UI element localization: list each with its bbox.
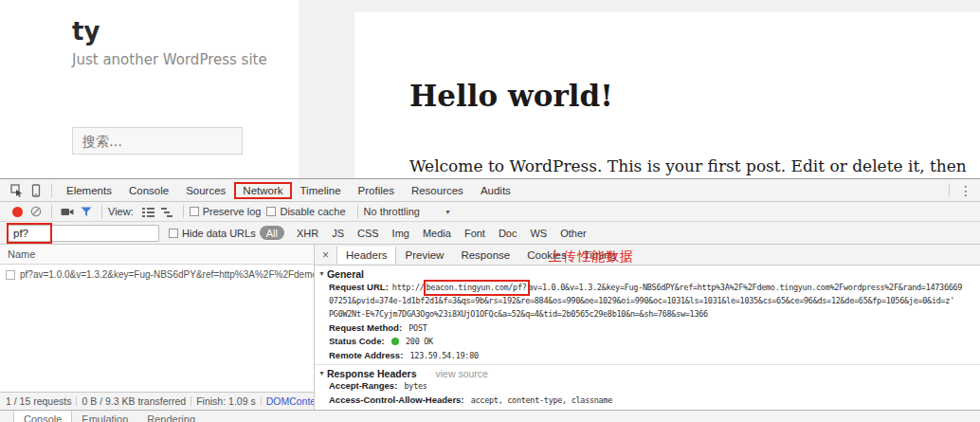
screen: ty Just another WordPress site Hello wor… [0, 0, 980, 422]
headers-body: ▼ General Request URL:http://beacon.ting… [315, 266, 980, 410]
disclosure-triangle-icon: ▼ [318, 370, 325, 376]
tab-profiles[interactable]: Profiles [350, 182, 403, 199]
request-name: pf?av=1.0.0&v=1.3.2&key=Fug-NBS6dPY&ref=… [20, 269, 314, 280]
filter-type-media[interactable]: Media [423, 228, 451, 239]
request-url-row-cont: 07251&pvid=374e-1d1bf2d1&f=3&qs=9b&rs=19… [315, 294, 980, 307]
filter-type-img[interactable]: Img [392, 228, 409, 239]
divider [101, 205, 102, 218]
hide-data-urls-label: Hide data URLs [182, 228, 256, 239]
site-title[interactable]: ty [72, 17, 100, 46]
tab-network[interactable]: Network [234, 182, 291, 199]
divider [51, 205, 52, 218]
requests-count: 1 / 15 requests [6, 395, 71, 407]
divider [949, 184, 950, 197]
filter-funnel-icon[interactable] [77, 203, 96, 220]
tab-elements[interactable]: Elements [58, 182, 120, 199]
tab-console[interactable]: Console [120, 182, 177, 199]
details-panel: × Headers Preview Response Cookies Timin… [315, 245, 980, 410]
preserve-log-label: Preserve log [203, 206, 262, 217]
status-code-row: Status Code: 200 OK [315, 335, 980, 348]
drawer-tab-emulation[interactable]: Emulation [72, 411, 137, 422]
transferred: 0 B / 9.3 KB transferred [82, 395, 186, 407]
network-toolbar: View: Preserve log Disable cache [0, 202, 980, 222]
hide-data-urls-checkbox[interactable] [169, 229, 178, 238]
name-column-header[interactable]: Name [0, 245, 314, 265]
request-url-row: Request URL:http://beacon.tingyun.com/pf… [315, 281, 980, 294]
view-label: View: [108, 206, 134, 217]
dom-content-loaded: DOMContentLoa… [266, 395, 315, 407]
filter-type-font[interactable]: Font [464, 228, 485, 239]
disclosure-triangle-icon: ▼ [318, 270, 325, 277]
throttling-select[interactable]: No throttling [364, 206, 420, 217]
site-search-input[interactable] [72, 127, 243, 155]
disable-cache-checkbox[interactable] [266, 207, 276, 216]
details-tab-preview[interactable]: Preview [396, 247, 452, 264]
filter-type-doc[interactable]: Doc [499, 228, 517, 239]
remote-address-row: Remote Address: 123.59.54.19:80 [315, 349, 980, 362]
site-tagline: Just another WordPress site [72, 51, 267, 68]
filter-type-all[interactable]: All [260, 226, 284, 240]
network-filterbar: Hide data URLs All XHR JS CSS Img Media … [0, 222, 980, 245]
request-method-row: Request Method: POST [315, 321, 980, 335]
divider [357, 205, 358, 218]
clear-button[interactable] [27, 203, 45, 220]
devtools-panel: Elements Console Sources Network Timelin… [0, 179, 980, 422]
divider [261, 396, 262, 406]
divider [315, 364, 980, 365]
finish-time: Finish: 1.09 s [196, 395, 255, 407]
response-header-row: Accept-Ranges: bytes [315, 379, 980, 393]
divider [191, 396, 191, 406]
request-row[interactable]: pf?av=1.0.0&v=1.3.2&key=Fug-NBS6dPY&ref=… [0, 265, 314, 284]
close-details-button[interactable]: × [315, 248, 336, 262]
details-tab-headers[interactable]: Headers [336, 247, 396, 264]
preserve-log-checkbox[interactable] [190, 207, 199, 216]
status-ok-dot-icon [391, 338, 399, 345]
device-toolbar-icon[interactable] [27, 182, 45, 199]
divider [76, 396, 77, 406]
annotation-text: 上传性能数据 [549, 248, 634, 266]
tab-sources[interactable]: Sources [177, 182, 234, 199]
filter-type-other[interactable]: Other [560, 228, 587, 239]
browser-page: ty Just another WordPress site Hello wor… [0, 0, 980, 179]
post-card: Hello world! Welcome to WordPress. This … [354, 12, 980, 179]
tab-audits[interactable]: Audits [472, 182, 519, 199]
post-excerpt: Welcome to WordPress. This is your first… [409, 156, 967, 175]
disable-cache-label: Disable cache [280, 206, 345, 217]
divider [183, 205, 184, 218]
divider [51, 184, 52, 197]
response-header-row: Access-Control-Allow-Headers: accept, co… [315, 394, 980, 407]
filter-type-ws[interactable]: WS [530, 228, 547, 239]
filter-type-js[interactable]: JS [332, 228, 344, 239]
network-main: Name pf?av=1.0.0&v=1.3.2&key=Fug-NBS6dPY… [0, 245, 980, 410]
response-headers-section-header[interactable]: ▼ Response Headers view source [315, 367, 980, 380]
tab-resources[interactable]: Resources [403, 182, 472, 199]
network-filter-input[interactable] [8, 225, 159, 242]
tab-timeline[interactable]: Timeline [292, 182, 350, 199]
drawer-tabbar: Console Emulation Rendering [0, 410, 980, 422]
screenshot-camera-icon[interactable] [58, 203, 77, 220]
record-button[interactable] [8, 203, 27, 220]
waterfall-view-icon[interactable] [158, 203, 177, 220]
kebab-menu-icon[interactable]: ⋮ [959, 183, 972, 198]
view-source-link[interactable]: view source [435, 368, 487, 379]
details-tabbar: × Headers Preview Response Cookies Timin… [315, 245, 980, 266]
filter-type-css[interactable]: CSS [357, 228, 379, 239]
list-view-icon[interactable] [139, 203, 158, 220]
request-url-row-cont: PG0W2Nt-E%7Cyjm7DGA3Ogo%23i8XUjO1OFQc&a=… [315, 307, 980, 321]
post-title[interactable]: Hello world! [409, 79, 613, 113]
filter-type-xhr[interactable]: XHR [297, 228, 318, 239]
drawer-tab-console[interactable]: Console [13, 411, 72, 422]
file-icon [6, 270, 15, 280]
dropdown-arrow-icon[interactable]: ▼ [445, 209, 451, 215]
devtools-tabbar: Elements Console Sources Network Timelin… [0, 179, 980, 202]
details-tab-response[interactable]: Response [452, 247, 518, 264]
network-status-bar: 1 / 15 requests 0 B / 9.3 KB transferred… [0, 392, 314, 410]
requests-panel: Name pf?av=1.0.0&v=1.3.2&key=Fug-NBS6dPY… [0, 245, 315, 410]
drawer-tab-rendering[interactable]: Rendering [137, 411, 205, 422]
general-section-header[interactable]: ▼ General [315, 267, 980, 281]
inspect-element-icon[interactable] [8, 182, 27, 199]
